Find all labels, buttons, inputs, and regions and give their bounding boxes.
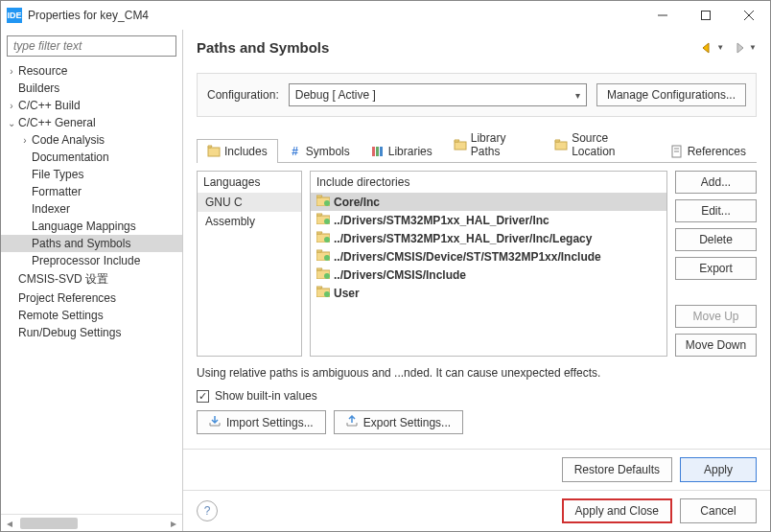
tree-item[interactable]: ⌄C/C++ General	[1, 114, 182, 131]
edit-button[interactable]: Edit...	[675, 199, 757, 222]
tree-item-label: C/C++ Build	[18, 99, 81, 112]
books-icon	[371, 145, 385, 158]
manage-configurations-button[interactable]: Manage Configurations...	[596, 83, 746, 106]
svg-point-22	[324, 273, 330, 279]
tree-item-label: Documentation	[32, 150, 109, 164]
horizontal-scrollbar[interactable]: ◂ ▸	[1, 514, 182, 531]
tree-item[interactable]: Formatter	[1, 183, 182, 200]
include-path-row[interactable]: ../Drivers/STM32MP1xx_HAL_Driver/Inc/Leg…	[311, 229, 666, 247]
warning-text: Using relative paths is ambiguous and ..…	[197, 366, 757, 380]
apply-button[interactable]: Apply	[680, 457, 757, 482]
tree-item[interactable]: Remote Settings	[1, 307, 182, 324]
nav-back-icon[interactable]	[701, 42, 714, 54]
filter-input[interactable]	[7, 35, 176, 57]
delete-button[interactable]: Delete	[675, 228, 757, 251]
tree-item[interactable]: Language Mappings	[1, 218, 182, 235]
tree-item-label: Run/Debug Settings	[18, 326, 121, 339]
tree-item[interactable]: Preprocessor Include	[1, 252, 182, 269]
apply-and-close-button[interactable]: Apply and Close	[562, 498, 672, 523]
export-settings-button[interactable]: Export Settings...	[334, 410, 463, 434]
export-button[interactable]: Export	[675, 257, 757, 280]
tree-item-label: File Types	[32, 168, 83, 181]
export-icon	[346, 415, 358, 429]
svg-rect-1	[701, 12, 710, 20]
tab-includes[interactable]: Includes	[197, 139, 278, 163]
tab-label: Libraries	[388, 145, 432, 158]
svg-point-18	[324, 237, 330, 243]
tree-item-label: Project References	[18, 291, 116, 305]
configuration-select[interactable]: Debug [ Active ] ▾	[289, 83, 587, 106]
nav-forward-menu-icon[interactable]: ▼	[749, 43, 757, 52]
tree-item[interactable]: ›C/C++ Build	[1, 97, 182, 114]
include-path-label: ../Drivers/CMSIS/Device/ST/STM32MP1xx/In…	[334, 250, 601, 264]
tree-item-label: C/C++ General	[18, 116, 96, 129]
maximize-button[interactable]	[684, 1, 727, 30]
tab-label: Includes	[224, 145, 268, 158]
ref-icon	[670, 145, 684, 158]
nav-forward-icon[interactable]	[734, 42, 747, 54]
show-builtin-label: Show built-in values	[215, 389, 317, 403]
collapsed-icon: ›	[18, 135, 32, 146]
language-item[interactable]: Assembly	[198, 212, 301, 231]
tree-item[interactable]: File Types	[1, 166, 182, 183]
include-path-row[interactable]: ../Drivers/STM32MP1xx_HAL_Driver/Inc	[311, 211, 666, 229]
tree-item[interactable]: Paths and Symbols	[1, 235, 182, 252]
svg-rect-6	[376, 147, 379, 156]
svg-point-20	[324, 255, 330, 261]
import-settings-button[interactable]: Import Settings...	[197, 410, 326, 434]
collapsed-icon: ›	[5, 66, 18, 77]
window-title: Properties for key_CM4	[28, 9, 149, 22]
tree-item-label: Resource	[18, 64, 67, 78]
tree-item-label: Formatter	[32, 185, 82, 198]
scroll-right-icon[interactable]: ▸	[165, 515, 182, 532]
folder-icon	[316, 195, 330, 209]
nav-back-menu-icon[interactable]: ▼	[716, 43, 724, 52]
include-path-label: ../Drivers/STM32MP1xx_HAL_Driver/Inc	[334, 214, 549, 227]
tab-library-paths[interactable]: Library Paths	[443, 126, 544, 163]
move-down-button[interactable]: Move Down	[675, 334, 757, 357]
tab-label: Source Location	[572, 131, 648, 158]
include-path-row[interactable]: Core/Inc	[311, 193, 666, 211]
tab-source-location[interactable]: Source Location	[544, 126, 659, 163]
hash-icon: #	[289, 145, 302, 158]
language-item[interactable]: GNU C	[198, 193, 301, 212]
include-path-row[interactable]: ../Drivers/CMSIS/Include	[311, 266, 666, 284]
tab-references[interactable]: References	[660, 139, 757, 163]
configuration-label: Configuration:	[207, 88, 279, 102]
tree-item[interactable]: CMSIS-SVD 设置	[1, 269, 182, 289]
category-tree[interactable]: ›ResourceBuilders›C/C++ Build⌄C/C++ Gene…	[1, 60, 182, 514]
include-path-label: ../Drivers/STM32MP1xx_HAL_Driver/Inc/Leg…	[334, 232, 592, 245]
svg-rect-8	[455, 142, 466, 150]
configuration-bar: Configuration: Debug [ Active ] ▾ Manage…	[197, 73, 757, 117]
add-button[interactable]: Add...	[675, 171, 757, 194]
include-path-row[interactable]: ../Drivers/CMSIS/Device/ST/STM32MP1xx/In…	[311, 247, 666, 266]
show-builtin-checkbox[interactable]: ✓	[197, 390, 209, 403]
scroll-thumb[interactable]	[20, 518, 78, 529]
help-icon[interactable]: ?	[197, 500, 218, 521]
cancel-button[interactable]: Cancel	[680, 498, 757, 523]
tree-item[interactable]: Project References	[1, 289, 182, 307]
tab-libraries[interactable]: Libraries	[361, 139, 443, 163]
folder-icon	[316, 231, 330, 245]
minimize-button[interactable]	[641, 1, 684, 30]
tree-item[interactable]: Run/Debug Settings	[1, 324, 182, 341]
tree-item-label: Indexer	[32, 202, 70, 216]
tab-bar: Includes#SymbolsLibrariesLibrary PathsSo…	[197, 125, 757, 163]
tree-item[interactable]: Documentation	[1, 149, 182, 166]
tree-item[interactable]: Indexer	[1, 200, 182, 218]
include-directories-header: Include directories	[311, 172, 666, 193]
restore-defaults-button[interactable]: Restore Defaults	[562, 457, 672, 482]
tree-item[interactable]: ›Code Analysis	[1, 131, 182, 149]
scroll-left-icon[interactable]: ◂	[1, 515, 18, 532]
languages-header: Languages	[198, 172, 301, 193]
tree-item[interactable]: ›Resource	[1, 62, 182, 80]
tab-label: Symbols	[306, 145, 350, 158]
page-title: Paths and Symbols	[197, 39, 329, 56]
tree-item[interactable]: Builders	[1, 80, 182, 97]
include-path-row[interactable]: User	[311, 284, 666, 302]
folder-icon	[316, 286, 330, 300]
move-up-button[interactable]: Move Up	[675, 305, 757, 328]
close-button[interactable]	[727, 1, 770, 30]
tab-symbols[interactable]: #Symbols	[278, 139, 361, 163]
folder-icon	[554, 138, 568, 151]
